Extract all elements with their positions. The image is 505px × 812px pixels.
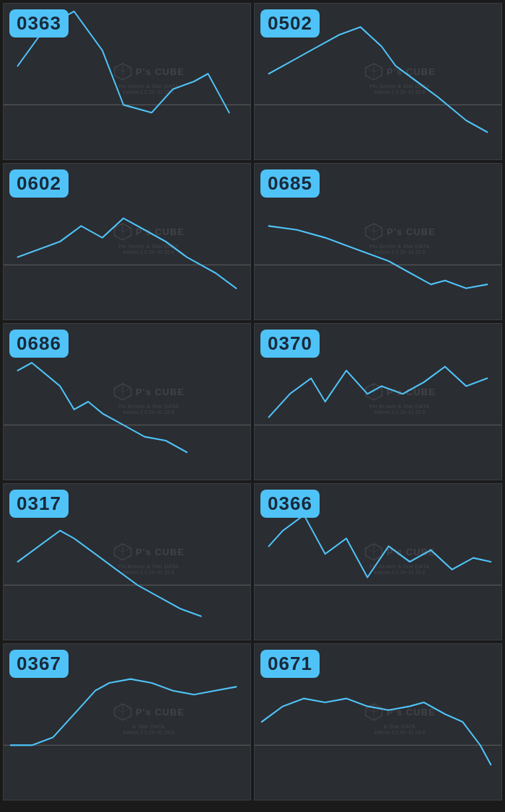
card-0686[interactable]: 0686 P's CUBE Fin Broker & Star DATA ind…	[3, 323, 251, 480]
card-0671[interactable]: 0671 P's CUBE & Star DATA indices 2 3.29…	[254, 643, 502, 800]
watermark-0366: P's CUBE Fin Broker & Star DATA indices …	[364, 542, 435, 575]
card-0602[interactable]: 0602 P's CUBE Fin Sector & Star DATA ind…	[3, 163, 251, 320]
badge-0317: 0317	[9, 490, 69, 518]
badge-0671: 0671	[260, 650, 320, 678]
badge-0685: 0685	[260, 169, 320, 198]
svg-marker-36	[366, 544, 374, 552]
svg-marker-46	[366, 704, 374, 712]
watermark-0685: P's CUBE Fin Sector & Star DATA indices …	[364, 221, 435, 255]
svg-marker-47	[374, 704, 382, 712]
card-0367[interactable]: 0367 P's CUBE & Star DATA indices 2 3.29…	[3, 643, 251, 800]
svg-marker-22	[123, 384, 131, 392]
card-0363[interactable]: 0363 P's CUBE Fin Sector & Star DATA ind…	[3, 3, 251, 160]
watermark-0602: P's CUBE Fin Sector & Star DATA indices …	[113, 221, 184, 255]
svg-marker-2	[123, 63, 131, 71]
watermark-0370: P's CUBE Fin Broker & Star DATA indices …	[364, 381, 435, 415]
svg-marker-37	[374, 544, 382, 552]
card-0685[interactable]: 0685 P's CUBE Fin Sector & Star DATA ind…	[254, 163, 502, 320]
svg-marker-42	[123, 704, 131, 712]
card-0502[interactable]: 0502 P's CUBE Fin Sector & Star DATA ind…	[254, 3, 502, 160]
svg-marker-27	[374, 384, 382, 392]
badge-0502: 0502	[260, 9, 320, 37]
badge-0602: 0602	[9, 169, 69, 198]
badge-0363: 0363	[9, 9, 69, 37]
watermark-0317: P's CUBE Fin Broker & Star DATA indices …	[113, 542, 184, 575]
watermark-0367: P's CUBE & Star DATA indices 2 3.29~31 2…	[113, 702, 184, 735]
svg-marker-32	[123, 544, 131, 552]
svg-marker-1	[115, 63, 123, 71]
card-0370[interactable]: 0370 P's CUBE Fin Broker & Star DATA ind…	[254, 323, 502, 480]
svg-marker-21	[115, 384, 123, 392]
badge-0686: 0686	[9, 330, 69, 358]
svg-marker-16	[366, 224, 374, 231]
watermark-0363: P's CUBE Fin Sector & Star DATA indices …	[113, 61, 184, 94]
watermark-0686: P's CUBE Fin Broker & Star DATA indices …	[113, 381, 184, 415]
watermark-0502: P's CUBE Fin Sector & Star DATA indices …	[364, 61, 435, 94]
svg-marker-31	[115, 544, 123, 552]
svg-marker-41	[115, 704, 123, 712]
badge-0370: 0370	[260, 330, 320, 358]
card-0366[interactable]: 0366 P's CUBE Fin Broker & Star DATA ind…	[254, 483, 502, 640]
svg-marker-12	[123, 224, 131, 231]
badge-0366: 0366	[260, 490, 320, 518]
svg-marker-17	[374, 224, 382, 231]
svg-marker-6	[366, 63, 374, 71]
badge-0367: 0367	[9, 650, 69, 678]
svg-marker-26	[366, 384, 374, 392]
svg-marker-11	[115, 224, 123, 231]
watermark-0671: P's CUBE & Star DATA indices 2 3.29~31 2…	[364, 702, 435, 735]
card-grid: 0363 P's CUBE Fin Sector & Star DATA ind…	[0, 0, 505, 803]
svg-marker-7	[374, 63, 382, 71]
card-0317[interactable]: 0317 P's CUBE Fin Broker & Star DATA ind…	[3, 483, 251, 640]
